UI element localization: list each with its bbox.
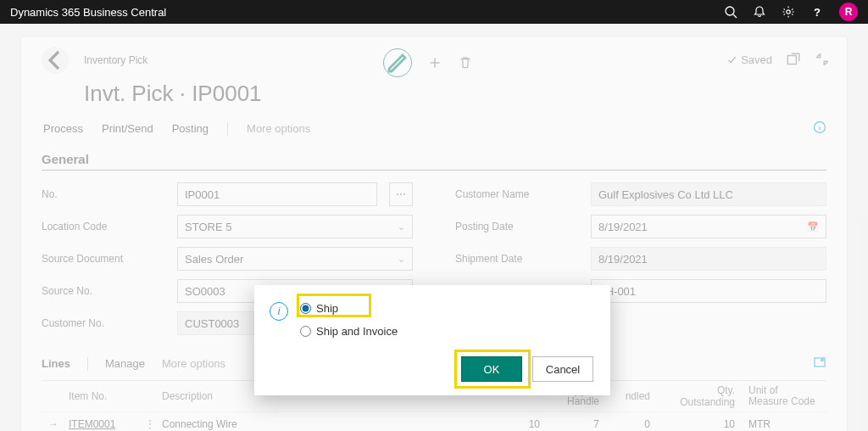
radio-ship-invoice-label: Ship and Invoice	[316, 325, 398, 338]
cell-qty: 10	[492, 418, 547, 430]
label-customer-no: Customer No.	[42, 317, 169, 329]
col-outstanding[interactable]: Qty. Outstanding	[657, 384, 742, 408]
back-button[interactable]	[42, 47, 69, 74]
chevron-down-icon: ⌄	[398, 221, 405, 232]
lines-expand-icon[interactable]	[813, 355, 826, 372]
plus-icon[interactable]	[427, 55, 442, 70]
saved-indicator: Saved	[726, 53, 772, 66]
tab-posting[interactable]: Posting	[172, 122, 209, 135]
section-rule	[42, 170, 826, 171]
col-uom[interactable]: Unit of Measure Code	[742, 385, 826, 407]
radio-ship-invoice-input[interactable]	[300, 326, 311, 337]
cell-handled: 0	[606, 418, 657, 430]
label-shipment-date: Shipment Date	[455, 253, 582, 265]
cell-item-no[interactable]: ITEM0001	[62, 418, 138, 430]
dialog-footer: OK Cancel	[270, 356, 593, 382]
field-posting-date: Posting Date 8/19/2021📅	[455, 215, 826, 238]
radio-ship-label: Ship	[316, 302, 338, 315]
search-icon[interactable]	[724, 5, 737, 19]
input-source-doc[interactable]: Sales Order⌄	[177, 247, 413, 271]
avatar[interactable]: R	[839, 3, 858, 21]
lines-more[interactable]: More options	[162, 357, 225, 370]
page-title: Invt. Pick · IP0001	[84, 81, 826, 107]
chevron-down-icon: ⌄	[398, 254, 405, 265]
field-customer-name: Customer Name Gulf Explosives Co Ltd LLC	[455, 182, 826, 206]
info-icon: i	[270, 302, 288, 321]
cell-description: Connecting Wire	[155, 418, 492, 430]
collapse-icon[interactable]	[815, 52, 830, 67]
svg-line-1	[733, 14, 737, 18]
dialog-body: i Ship Ship and Invoice	[270, 302, 593, 338]
label-source-no: Source No.	[42, 285, 169, 297]
bell-icon[interactable]	[753, 5, 766, 19]
svg-rect-3	[787, 56, 796, 64]
field-shipment-date: Shipment Date 8/19/2021	[455, 247, 826, 271]
cancel-button[interactable]: Cancel	[532, 356, 593, 382]
tab-more[interactable]: More options	[247, 122, 310, 135]
topbar-icons: ? R	[724, 3, 858, 21]
posting-dialog: i Ship Ship and Invoice OK Cancel	[254, 285, 610, 395]
label-no: No.	[42, 188, 169, 200]
col-item-no[interactable]: Item No.	[62, 390, 138, 402]
help-icon[interactable]: ?	[810, 5, 824, 19]
label-customer-name: Customer Name	[455, 188, 582, 200]
input-posting-date[interactable]: 8/19/2021📅	[591, 215, 826, 238]
field-source-doc: Source Document Sales Order⌄	[42, 247, 413, 271]
app-title: Dynamics 365 Business Central	[10, 6, 724, 19]
label-source-doc: Source Document	[42, 253, 169, 265]
svg-point-2	[787, 10, 790, 14]
cell-uom: MTR	[742, 418, 826, 430]
edit-button[interactable]	[383, 48, 412, 77]
ok-button[interactable]: OK	[461, 356, 522, 382]
radio-ship-input[interactable]	[300, 303, 311, 314]
row-menu-icon[interactable]: ⋮	[138, 418, 155, 430]
input-ext-doc[interactable]: SH-001	[591, 279, 826, 303]
lines-manage[interactable]: Manage	[105, 357, 145, 370]
tab-separator	[227, 122, 228, 136]
cell-outstanding: 10	[657, 418, 742, 430]
table-row[interactable]: → ITEM0001 ⋮ Connecting Wire 10 7 0 10 M…	[42, 411, 826, 431]
radio-ship-invoice[interactable]: Ship and Invoice	[300, 325, 398, 338]
lines-separator	[87, 357, 88, 371]
field-no: No. IP0001 ⋯	[42, 182, 413, 206]
breadcrumb: Inventory Pick	[84, 54, 147, 66]
field-location: Location Code STORE 5⌄	[42, 215, 413, 238]
top-bar: Dynamics 365 Business Central ? R	[0, 0, 868, 24]
lookup-no[interactable]: ⋯	[389, 182, 413, 206]
col-handled[interactable]: ndled	[606, 390, 657, 402]
input-shipment-date: 8/19/2021	[591, 247, 826, 271]
row-arrow-icon: →	[42, 418, 62, 430]
svg-point-0	[726, 7, 734, 15]
calendar-icon[interactable]: 📅	[807, 221, 819, 232]
head-right: Saved	[726, 52, 830, 67]
lines-heading: Lines	[42, 357, 70, 370]
section-general: General	[42, 152, 826, 166]
action-tabs: Process Print/Send Posting More options	[43, 120, 826, 137]
tab-process[interactable]: Process	[43, 122, 83, 135]
info-icon[interactable]	[813, 120, 826, 137]
label-posting-date: Posting Date	[455, 221, 582, 232]
trash-icon[interactable]	[458, 55, 473, 70]
label-location: Location Code	[42, 221, 169, 232]
gear-icon[interactable]	[782, 5, 795, 19]
input-customer-name: Gulf Explosives Co Ltd LLC	[591, 182, 826, 206]
popout-icon[interactable]	[786, 52, 801, 67]
cell-to-handle: 7	[547, 418, 606, 430]
radio-ship[interactable]: Ship	[300, 302, 398, 315]
dialog-options: Ship Ship and Invoice	[300, 302, 398, 338]
input-no[interactable]: IP0001	[177, 182, 377, 206]
input-location[interactable]: STORE 5⌄	[177, 215, 413, 238]
head-actions	[383, 48, 473, 77]
tab-print[interactable]: Print/Send	[102, 122, 153, 135]
